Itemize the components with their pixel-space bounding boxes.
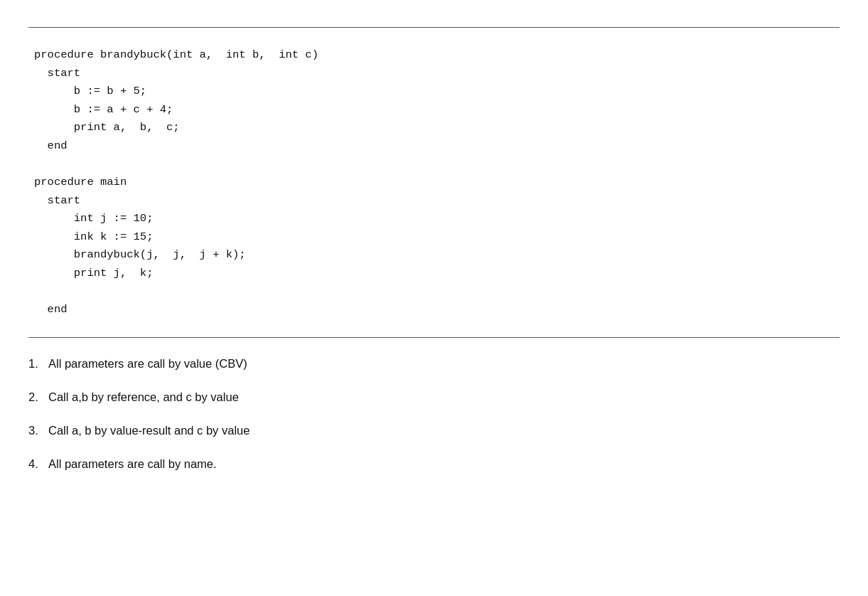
bottom-divider [28,337,840,338]
option-number-1: 1. [28,355,48,373]
options-list: 1.All parameters are call by value (CBV)… [28,355,840,472]
option-item-2: 2.Call a,b by reference, and c by value [28,388,840,406]
code-block: procedure brandybuck(int a, int b, int c… [28,39,840,326]
option-text-3: Call a, b by value-result and c by value [48,424,250,437]
option-number-4: 4. [28,455,48,473]
option-text-4: All parameters are call by name. [48,457,217,470]
option-text-1: All parameters are call by value (CBV) [48,357,247,370]
option-number-3: 3. [28,422,48,440]
option-item-4: 4.All parameters are call by name. [28,455,840,473]
top-divider [28,27,840,28]
option-item-1: 1.All parameters are call by value (CBV) [28,355,840,373]
option-text-2: Call a,b by reference, and c by value [48,390,239,403]
option-item-3: 3.Call a, b by value-result and c by val… [28,422,840,440]
option-number-2: 2. [28,388,48,406]
